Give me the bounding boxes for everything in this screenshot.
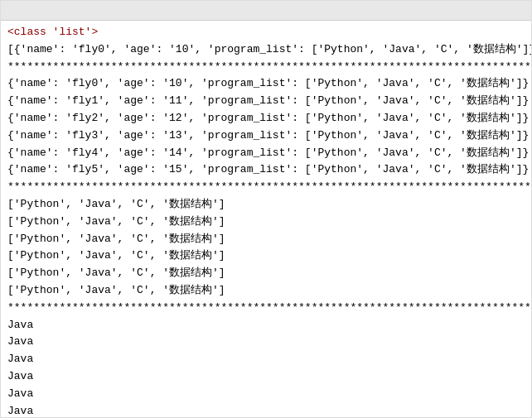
- dict-line-1: {'name': 'fly1', 'age': '11', 'program_l…: [7, 93, 525, 110]
- dict-line-4: {'name': 'fly4', 'age': '14', 'program_l…: [7, 145, 525, 162]
- program-list-line-5: ['Python', 'Java', 'C', '数据结构']: [7, 282, 525, 300]
- program-list-line-4: ['Python', 'Java', 'C', '数据结构']: [7, 265, 525, 282]
- code-window: <class 'list'>[{'name': 'fly0', 'age': '…: [0, 0, 532, 418]
- separator-2: ****************************************…: [7, 179, 525, 196]
- program-list-line-0: ['Python', 'Java', 'C', '数据结构']: [7, 196, 525, 214]
- java-line-0: Java: [7, 317, 525, 334]
- java-line-4: Java: [7, 386, 525, 403]
- class-line: <class 'list'>: [7, 24, 525, 41]
- java-line-3: Java: [7, 368, 525, 386]
- full-list-line: [{'name': 'fly0', 'age': '10', 'program_…: [7, 41, 525, 59]
- content-area[interactable]: <class 'list'>[{'name': 'fly0', 'age': '…: [1, 21, 531, 418]
- java-line-5: Java: [7, 403, 525, 418]
- java-line-1: Java: [7, 334, 525, 351]
- dict-line-5: {'name': 'fly5', 'age': '15', 'program_l…: [7, 161, 525, 179]
- title-bar: [1, 1, 531, 21]
- separator-1: ****************************************…: [7, 59, 525, 76]
- program-list-line-2: ['Python', 'Java', 'C', '数据结构']: [7, 231, 525, 248]
- separator-3: ****************************************…: [7, 300, 525, 317]
- program-list-line-3: ['Python', 'Java', 'C', '数据结构']: [7, 247, 525, 265]
- dict-line-0: {'name': 'fly0', 'age': '10', 'program_l…: [7, 75, 525, 93]
- java-line-2: Java: [7, 351, 525, 368]
- program-list-line-1: ['Python', 'Java', 'C', '数据结构']: [7, 214, 525, 231]
- dict-line-2: {'name': 'fly2', 'age': '12', 'program_l…: [7, 110, 525, 127]
- dict-line-3: {'name': 'fly3', 'age': '13', 'program_l…: [7, 127, 525, 145]
